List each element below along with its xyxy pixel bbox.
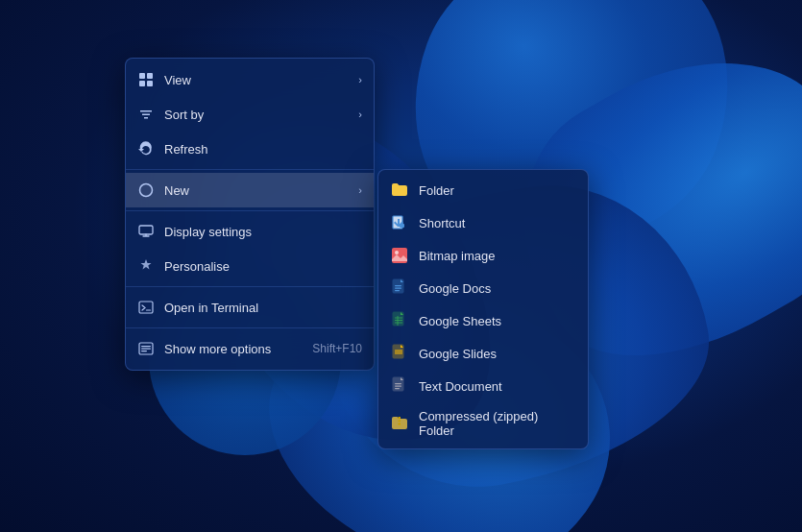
folder-icon xyxy=(390,181,409,200)
menu-item-new[interactable]: New › Folder xyxy=(126,173,374,207)
svg-rect-27 xyxy=(139,226,153,234)
new-submenu: Folder Shortcut xyxy=(377,169,589,449)
svg-rect-10 xyxy=(395,285,401,286)
submenu-item-text-doc[interactable]: Text Document xyxy=(378,370,588,402)
personalise-label: Personalise xyxy=(164,259,362,274)
bitmap-icon xyxy=(390,246,409,265)
refresh-label: Refresh xyxy=(164,142,362,157)
menu-item-personalise[interactable]: Personalise xyxy=(126,249,374,283)
show-more-shortcut: Shift+F10 xyxy=(312,342,362,355)
svg-rect-30 xyxy=(141,346,151,347)
svg-rect-28 xyxy=(139,302,153,313)
svg-rect-23 xyxy=(395,388,400,389)
google-sheets-label: Google Sheets xyxy=(419,314,576,328)
svg-rect-2 xyxy=(139,81,145,86)
docs-icon xyxy=(390,278,409,298)
google-docs-label: Google Docs xyxy=(419,281,576,296)
svg-rect-6 xyxy=(400,224,404,228)
menu-item-view[interactable]: View › xyxy=(126,62,374,97)
svg-rect-22 xyxy=(395,386,401,387)
new-icon xyxy=(137,181,155,199)
sheets-icon xyxy=(390,311,409,330)
bitmap-label: Bitmap image xyxy=(419,249,576,263)
svg-rect-11 xyxy=(395,288,401,289)
svg-rect-1 xyxy=(147,73,153,79)
folder-label: Folder xyxy=(419,183,576,198)
svg-rect-32 xyxy=(141,351,147,351)
view-arrow: › xyxy=(358,74,362,85)
slides-icon xyxy=(390,344,409,363)
refresh-icon xyxy=(137,140,155,157)
menu-item-sort[interactable]: Sort by › xyxy=(126,97,374,132)
svg-rect-31 xyxy=(141,349,151,350)
personalise-icon xyxy=(137,257,155,275)
terminal-label: Open in Terminal xyxy=(164,301,362,315)
svg-rect-3 xyxy=(147,81,153,86)
svg-rect-19 xyxy=(395,350,402,354)
new-arrow: › xyxy=(358,184,362,196)
svg-rect-21 xyxy=(395,383,401,384)
divider-3 xyxy=(126,286,374,287)
text-doc-label: Text Document xyxy=(419,379,576,394)
menu-item-display-settings[interactable]: Display settings xyxy=(126,214,374,249)
terminal-icon xyxy=(137,299,155,316)
submenu-item-google-docs[interactable]: Google Docs xyxy=(378,272,588,304)
divider-4 xyxy=(126,327,374,328)
submenu-item-google-slides[interactable]: Google Slides xyxy=(378,337,588,370)
display-settings-label: Display settings xyxy=(164,225,362,239)
menu-item-terminal[interactable]: Open in Terminal xyxy=(126,290,374,325)
more-icon xyxy=(137,340,155,357)
submenu-item-folder[interactable]: Folder xyxy=(378,174,588,206)
submenu-item-compressed[interactable]: Compressed (zipped) Folder xyxy=(378,402,588,445)
display-icon xyxy=(137,223,155,240)
zip-icon xyxy=(390,414,409,433)
show-more-label: Show more options xyxy=(164,342,303,356)
submenu-item-google-sheets[interactable]: Google Sheets xyxy=(378,304,588,337)
shortcut-label: Shortcut xyxy=(419,216,576,230)
svg-rect-26 xyxy=(399,423,401,425)
context-menu: View › Sort by › Refresh xyxy=(125,58,375,371)
desktop: View › Sort by › Refresh xyxy=(0,0,802,532)
svg-rect-12 xyxy=(395,290,400,291)
google-slides-label: Google Slides xyxy=(419,347,576,361)
divider-1 xyxy=(126,169,374,170)
divider-2 xyxy=(126,210,374,211)
sort-icon xyxy=(137,106,155,123)
compressed-label: Compressed (zipped) Folder xyxy=(419,409,576,438)
menu-item-refresh[interactable]: Refresh xyxy=(126,132,374,166)
sort-arrow: › xyxy=(358,109,362,120)
svg-point-8 xyxy=(395,251,399,254)
submenu-item-shortcut[interactable]: Shortcut xyxy=(378,206,588,239)
svg-rect-24 xyxy=(399,417,401,419)
grid-icon xyxy=(137,71,155,88)
svg-rect-0 xyxy=(139,73,145,79)
sort-label: Sort by xyxy=(164,108,349,122)
svg-point-4 xyxy=(140,184,153,197)
text-doc-icon xyxy=(390,376,409,396)
svg-rect-25 xyxy=(399,421,401,423)
view-label: View xyxy=(164,73,349,87)
new-label: New xyxy=(164,183,349,198)
submenu-item-bitmap[interactable]: Bitmap image xyxy=(378,239,588,272)
menu-item-show-more[interactable]: Show more options Shift+F10 xyxy=(126,331,374,366)
shortcut-icon xyxy=(390,213,409,232)
